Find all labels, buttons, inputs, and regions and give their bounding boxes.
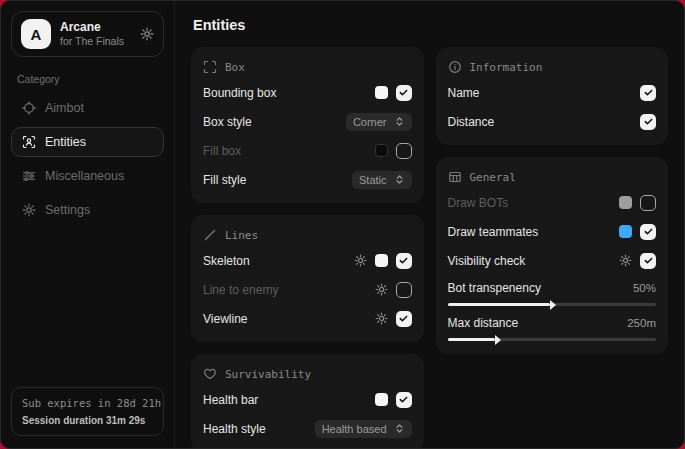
- skeleton-label: Skeleton: [203, 254, 250, 268]
- bot-transparency-label: Bot transpenency: [448, 281, 541, 295]
- gear-icon[interactable]: [375, 283, 388, 296]
- info-icon: [448, 60, 462, 74]
- sidebar-item-label: Entities: [45, 135, 86, 149]
- max-distance-label: Max distance: [448, 316, 519, 330]
- chevrons-up-down-icon: [394, 423, 405, 434]
- draw-teammates-checkbox[interactable]: [640, 224, 656, 240]
- main-panel: Entities Box Bounding box: [175, 1, 684, 448]
- health-bar-checkbox[interactable]: [396, 392, 412, 408]
- app-logo: A: [21, 19, 51, 49]
- sidebar-item-aimbot[interactable]: Aimbot: [11, 93, 164, 123]
- bounding-box-label: Bounding box: [203, 86, 276, 100]
- sliders-icon: [22, 169, 36, 183]
- box-section-header: Box: [203, 60, 412, 74]
- line-to-enemy-label: Line to enemy: [203, 283, 278, 297]
- sidebar-item-miscellaneous[interactable]: Miscellaneous: [11, 161, 164, 191]
- section-title: General: [470, 171, 516, 184]
- sidebar-item-label: Aimbot: [45, 101, 84, 115]
- draw-bots-row: Draw BOTs: [448, 192, 657, 213]
- skeleton-color-swatch[interactable]: [375, 254, 388, 267]
- sidebar: A Arcane for The Finals Category Aimbot …: [1, 1, 175, 448]
- draw-bots-checkbox[interactable]: [640, 195, 656, 211]
- visibility-check-checkbox[interactable]: [640, 253, 656, 269]
- fill-style-select[interactable]: Static: [352, 171, 412, 189]
- box-style-label: Box style: [203, 115, 252, 129]
- draw-bots-color-swatch[interactable]: [619, 196, 632, 209]
- sub-expiry-text: Sub expires in 28d 21h: [22, 396, 153, 410]
- logo-card: A Arcane for The Finals: [11, 11, 164, 57]
- health-style-select[interactable]: Health based: [315, 420, 412, 438]
- distance-checkbox[interactable]: [640, 114, 656, 130]
- fill-style-row: Fill style Static: [203, 169, 412, 190]
- bot-transparency-value: 50%: [633, 282, 656, 294]
- draw-bots-label: Draw BOTs: [448, 196, 509, 210]
- fill-box-color-swatch[interactable]: [375, 144, 388, 157]
- bounding-box-color-swatch[interactable]: [375, 86, 388, 99]
- fill-style-value: Static: [359, 174, 387, 186]
- name-row: Name: [448, 82, 657, 103]
- viewline-checkbox[interactable]: [396, 311, 412, 327]
- section-title: Survivability: [225, 368, 311, 381]
- max-distance-slider[interactable]: [448, 338, 657, 341]
- page-title: Entities: [193, 17, 668, 33]
- gear-icon[interactable]: [354, 254, 367, 267]
- sidebar-item-label: Miscellaneous: [45, 169, 124, 183]
- section-title: Information: [470, 61, 543, 74]
- skeleton-row: Skeleton: [203, 250, 412, 271]
- app-subtitle: for The Finals: [60, 35, 124, 48]
- bot-transparency-slider[interactable]: [448, 303, 657, 306]
- sidebar-item-label: Settings: [45, 203, 90, 217]
- fill-box-checkbox[interactable]: [396, 143, 412, 159]
- gear-icon: [22, 203, 36, 217]
- line-to-enemy-checkbox[interactable]: [396, 282, 412, 298]
- general-section: General Draw BOTs Draw teammates: [436, 157, 669, 354]
- category-label: Category: [17, 73, 158, 85]
- viewline-label: Viewline: [203, 312, 247, 326]
- app-title: Arcane: [60, 20, 124, 35]
- bot-transparency-group: Bot transpenency 50%: [448, 281, 657, 306]
- bounding-box-row: Bounding box: [203, 82, 412, 103]
- bounding-box-checkbox[interactable]: [396, 85, 412, 101]
- information-section-header: Information: [448, 60, 657, 74]
- health-bar-row: Health bar: [203, 389, 412, 410]
- heart-icon: [203, 367, 217, 381]
- box-corners-icon: [203, 60, 217, 74]
- sidebar-item-entities[interactable]: Entities: [11, 127, 164, 157]
- entities-icon: [22, 135, 36, 149]
- section-title: Lines: [225, 229, 258, 242]
- logo-text: Arcane for The Finals: [60, 20, 124, 48]
- visibility-check-label: Visibility check: [448, 254, 526, 268]
- diagonal-line-icon: [203, 228, 217, 242]
- health-style-value: Health based: [322, 423, 387, 435]
- health-style-label: Health style: [203, 422, 266, 436]
- box-style-row: Box style Corner: [203, 111, 412, 132]
- distance-row: Distance: [448, 111, 657, 132]
- gear-icon[interactable]: [619, 254, 632, 267]
- skeleton-checkbox[interactable]: [396, 253, 412, 269]
- gear-icon[interactable]: [375, 312, 388, 325]
- name-label: Name: [448, 86, 480, 100]
- health-bar-label: Health bar: [203, 393, 258, 407]
- session-duration-text: Session duration 31m 29s: [22, 414, 153, 428]
- survivability-section: Survivability Health bar Health style: [191, 354, 424, 448]
- health-bar-color-swatch[interactable]: [375, 393, 388, 406]
- crosshair-icon: [22, 101, 36, 115]
- lines-section-header: Lines: [203, 228, 412, 242]
- name-checkbox[interactable]: [640, 85, 656, 101]
- max-distance-group: Max distance 250m: [448, 316, 657, 341]
- viewline-row: Viewline: [203, 308, 412, 329]
- slider-fill[interactable]: [448, 303, 550, 306]
- gear-icon[interactable]: [140, 27, 154, 41]
- box-style-select[interactable]: Corner: [346, 113, 412, 131]
- slider-fill[interactable]: [448, 338, 496, 341]
- draw-teammates-color-swatch[interactable]: [619, 225, 632, 238]
- grid-icon: [448, 170, 462, 184]
- chevrons-up-down-icon: [394, 174, 405, 185]
- app-window: A Arcane for The Finals Category Aimbot …: [0, 0, 685, 449]
- general-section-header: General: [448, 170, 657, 184]
- box-section: Box Bounding box Box style: [191, 47, 424, 203]
- box-style-value: Corner: [353, 116, 387, 128]
- sidebar-item-settings[interactable]: Settings: [11, 195, 164, 225]
- draw-teammates-label: Draw teammates: [448, 225, 539, 239]
- fill-box-label: Fill box: [203, 144, 241, 158]
